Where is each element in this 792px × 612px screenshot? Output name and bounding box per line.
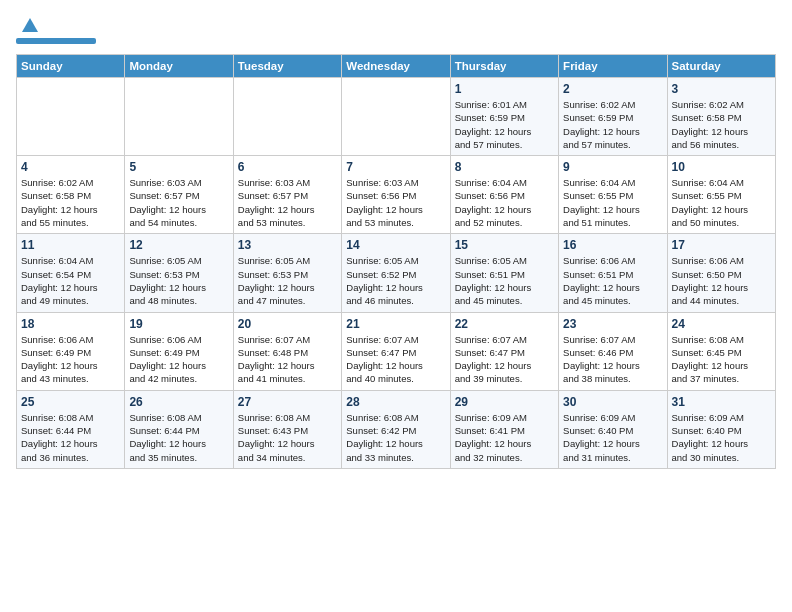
day-number: 12 bbox=[129, 238, 228, 252]
calendar-cell: 19Sunrise: 6:06 AM Sunset: 6:49 PM Dayli… bbox=[125, 312, 233, 390]
day-number: 7 bbox=[346, 160, 445, 174]
day-info: Sunrise: 6:08 AM Sunset: 6:44 PM Dayligh… bbox=[129, 411, 228, 464]
day-number: 31 bbox=[672, 395, 771, 409]
day-number: 19 bbox=[129, 317, 228, 331]
calendar-cell: 22Sunrise: 6:07 AM Sunset: 6:47 PM Dayli… bbox=[450, 312, 558, 390]
day-info: Sunrise: 6:08 AM Sunset: 6:42 PM Dayligh… bbox=[346, 411, 445, 464]
day-info: Sunrise: 6:01 AM Sunset: 6:59 PM Dayligh… bbox=[455, 98, 554, 151]
day-number: 8 bbox=[455, 160, 554, 174]
calendar-cell: 10Sunrise: 6:04 AM Sunset: 6:55 PM Dayli… bbox=[667, 156, 775, 234]
day-info: Sunrise: 6:08 AM Sunset: 6:44 PM Dayligh… bbox=[21, 411, 120, 464]
day-info: Sunrise: 6:07 AM Sunset: 6:48 PM Dayligh… bbox=[238, 333, 337, 386]
day-info: Sunrise: 6:03 AM Sunset: 6:57 PM Dayligh… bbox=[129, 176, 228, 229]
calendar-cell: 8Sunrise: 6:04 AM Sunset: 6:56 PM Daylig… bbox=[450, 156, 558, 234]
day-number: 11 bbox=[21, 238, 120, 252]
day-number: 27 bbox=[238, 395, 337, 409]
day-number: 3 bbox=[672, 82, 771, 96]
svg-marker-0 bbox=[22, 18, 38, 32]
weekday-header-thursday: Thursday bbox=[450, 55, 558, 78]
day-number: 13 bbox=[238, 238, 337, 252]
week-row-3: 18Sunrise: 6:06 AM Sunset: 6:49 PM Dayli… bbox=[17, 312, 776, 390]
day-info: Sunrise: 6:05 AM Sunset: 6:53 PM Dayligh… bbox=[129, 254, 228, 307]
weekday-header-row: SundayMondayTuesdayWednesdayThursdayFrid… bbox=[17, 55, 776, 78]
calendar-cell: 5Sunrise: 6:03 AM Sunset: 6:57 PM Daylig… bbox=[125, 156, 233, 234]
day-number: 20 bbox=[238, 317, 337, 331]
weekday-header-sunday: Sunday bbox=[17, 55, 125, 78]
day-info: Sunrise: 6:09 AM Sunset: 6:40 PM Dayligh… bbox=[563, 411, 662, 464]
calendar-cell: 15Sunrise: 6:05 AM Sunset: 6:51 PM Dayli… bbox=[450, 234, 558, 312]
calendar-cell: 25Sunrise: 6:08 AM Sunset: 6:44 PM Dayli… bbox=[17, 390, 125, 468]
calendar-cell: 16Sunrise: 6:06 AM Sunset: 6:51 PM Dayli… bbox=[559, 234, 667, 312]
day-info: Sunrise: 6:02 AM Sunset: 6:59 PM Dayligh… bbox=[563, 98, 662, 151]
calendar-cell: 27Sunrise: 6:08 AM Sunset: 6:43 PM Dayli… bbox=[233, 390, 341, 468]
weekday-header-saturday: Saturday bbox=[667, 55, 775, 78]
calendar-cell: 13Sunrise: 6:05 AM Sunset: 6:53 PM Dayli… bbox=[233, 234, 341, 312]
calendar-cell: 2Sunrise: 6:02 AM Sunset: 6:59 PM Daylig… bbox=[559, 78, 667, 156]
calendar-cell bbox=[125, 78, 233, 156]
week-row-1: 4Sunrise: 6:02 AM Sunset: 6:58 PM Daylig… bbox=[17, 156, 776, 234]
day-number: 21 bbox=[346, 317, 445, 331]
day-number: 16 bbox=[563, 238, 662, 252]
day-number: 22 bbox=[455, 317, 554, 331]
day-number: 2 bbox=[563, 82, 662, 96]
day-info: Sunrise: 6:08 AM Sunset: 6:45 PM Dayligh… bbox=[672, 333, 771, 386]
calendar-cell: 11Sunrise: 6:04 AM Sunset: 6:54 PM Dayli… bbox=[17, 234, 125, 312]
calendar-cell: 4Sunrise: 6:02 AM Sunset: 6:58 PM Daylig… bbox=[17, 156, 125, 234]
weekday-header-wednesday: Wednesday bbox=[342, 55, 450, 78]
day-number: 15 bbox=[455, 238, 554, 252]
day-info: Sunrise: 6:08 AM Sunset: 6:43 PM Dayligh… bbox=[238, 411, 337, 464]
day-info: Sunrise: 6:06 AM Sunset: 6:49 PM Dayligh… bbox=[21, 333, 120, 386]
day-info: Sunrise: 6:06 AM Sunset: 6:51 PM Dayligh… bbox=[563, 254, 662, 307]
logo bbox=[16, 16, 96, 44]
day-number: 25 bbox=[21, 395, 120, 409]
day-number: 24 bbox=[672, 317, 771, 331]
calendar-cell: 26Sunrise: 6:08 AM Sunset: 6:44 PM Dayli… bbox=[125, 390, 233, 468]
logo-bar bbox=[16, 38, 96, 44]
day-number: 29 bbox=[455, 395, 554, 409]
day-number: 18 bbox=[21, 317, 120, 331]
day-info: Sunrise: 6:04 AM Sunset: 6:56 PM Dayligh… bbox=[455, 176, 554, 229]
calendar-cell: 7Sunrise: 6:03 AM Sunset: 6:56 PM Daylig… bbox=[342, 156, 450, 234]
calendar-cell bbox=[233, 78, 341, 156]
day-info: Sunrise: 6:03 AM Sunset: 6:57 PM Dayligh… bbox=[238, 176, 337, 229]
calendar-cell: 23Sunrise: 6:07 AM Sunset: 6:46 PM Dayli… bbox=[559, 312, 667, 390]
calendar-cell: 9Sunrise: 6:04 AM Sunset: 6:55 PM Daylig… bbox=[559, 156, 667, 234]
day-info: Sunrise: 6:04 AM Sunset: 6:55 PM Dayligh… bbox=[672, 176, 771, 229]
calendar-cell: 6Sunrise: 6:03 AM Sunset: 6:57 PM Daylig… bbox=[233, 156, 341, 234]
day-info: Sunrise: 6:02 AM Sunset: 6:58 PM Dayligh… bbox=[21, 176, 120, 229]
day-number: 17 bbox=[672, 238, 771, 252]
day-info: Sunrise: 6:02 AM Sunset: 6:58 PM Dayligh… bbox=[672, 98, 771, 151]
calendar-cell: 24Sunrise: 6:08 AM Sunset: 6:45 PM Dayli… bbox=[667, 312, 775, 390]
day-info: Sunrise: 6:05 AM Sunset: 6:51 PM Dayligh… bbox=[455, 254, 554, 307]
calendar-cell: 20Sunrise: 6:07 AM Sunset: 6:48 PM Dayli… bbox=[233, 312, 341, 390]
weekday-header-friday: Friday bbox=[559, 55, 667, 78]
day-number: 10 bbox=[672, 160, 771, 174]
calendar-cell: 21Sunrise: 6:07 AM Sunset: 6:47 PM Dayli… bbox=[342, 312, 450, 390]
calendar-cell: 31Sunrise: 6:09 AM Sunset: 6:40 PM Dayli… bbox=[667, 390, 775, 468]
calendar-cell bbox=[17, 78, 125, 156]
day-number: 9 bbox=[563, 160, 662, 174]
calendar-cell: 3Sunrise: 6:02 AM Sunset: 6:58 PM Daylig… bbox=[667, 78, 775, 156]
day-number: 14 bbox=[346, 238, 445, 252]
calendar-cell: 29Sunrise: 6:09 AM Sunset: 6:41 PM Dayli… bbox=[450, 390, 558, 468]
day-info: Sunrise: 6:05 AM Sunset: 6:53 PM Dayligh… bbox=[238, 254, 337, 307]
calendar-cell: 18Sunrise: 6:06 AM Sunset: 6:49 PM Dayli… bbox=[17, 312, 125, 390]
day-number: 23 bbox=[563, 317, 662, 331]
week-row-4: 25Sunrise: 6:08 AM Sunset: 6:44 PM Dayli… bbox=[17, 390, 776, 468]
day-info: Sunrise: 6:03 AM Sunset: 6:56 PM Dayligh… bbox=[346, 176, 445, 229]
calendar-cell: 17Sunrise: 6:06 AM Sunset: 6:50 PM Dayli… bbox=[667, 234, 775, 312]
calendar-header bbox=[16, 16, 776, 44]
calendar-cell bbox=[342, 78, 450, 156]
calendar-table: SundayMondayTuesdayWednesdayThursdayFrid… bbox=[16, 54, 776, 469]
day-number: 4 bbox=[21, 160, 120, 174]
week-row-0: 1Sunrise: 6:01 AM Sunset: 6:59 PM Daylig… bbox=[17, 78, 776, 156]
week-row-2: 11Sunrise: 6:04 AM Sunset: 6:54 PM Dayli… bbox=[17, 234, 776, 312]
day-number: 26 bbox=[129, 395, 228, 409]
day-info: Sunrise: 6:04 AM Sunset: 6:54 PM Dayligh… bbox=[21, 254, 120, 307]
day-info: Sunrise: 6:09 AM Sunset: 6:41 PM Dayligh… bbox=[455, 411, 554, 464]
calendar-cell: 14Sunrise: 6:05 AM Sunset: 6:52 PM Dayli… bbox=[342, 234, 450, 312]
day-number: 5 bbox=[129, 160, 228, 174]
day-info: Sunrise: 6:07 AM Sunset: 6:46 PM Dayligh… bbox=[563, 333, 662, 386]
day-info: Sunrise: 6:05 AM Sunset: 6:52 PM Dayligh… bbox=[346, 254, 445, 307]
day-number: 6 bbox=[238, 160, 337, 174]
